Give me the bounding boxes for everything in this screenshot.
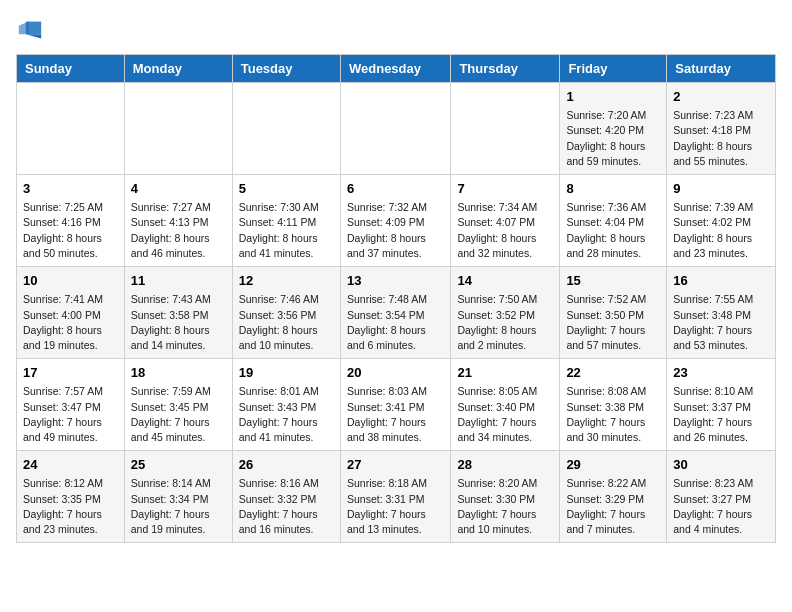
day-info: Sunrise: 8:10 AM Sunset: 3:37 PM Dayligh… bbox=[673, 384, 769, 445]
logo bbox=[16, 16, 48, 44]
day-info: Sunrise: 8:12 AM Sunset: 3:35 PM Dayligh… bbox=[23, 476, 118, 537]
day-info: Sunrise: 7:36 AM Sunset: 4:04 PM Dayligh… bbox=[566, 200, 660, 261]
day-info: Sunrise: 8:22 AM Sunset: 3:29 PM Dayligh… bbox=[566, 476, 660, 537]
calendar-week-row: 17Sunrise: 7:57 AM Sunset: 3:47 PM Dayli… bbox=[17, 359, 776, 451]
calendar-cell: 18Sunrise: 7:59 AM Sunset: 3:45 PM Dayli… bbox=[124, 359, 232, 451]
day-info: Sunrise: 7:20 AM Sunset: 4:20 PM Dayligh… bbox=[566, 108, 660, 169]
day-number: 30 bbox=[673, 456, 769, 474]
day-number: 26 bbox=[239, 456, 334, 474]
day-number: 23 bbox=[673, 364, 769, 382]
day-number: 4 bbox=[131, 180, 226, 198]
day-number: 22 bbox=[566, 364, 660, 382]
calendar-week-row: 24Sunrise: 8:12 AM Sunset: 3:35 PM Dayli… bbox=[17, 451, 776, 543]
day-number: 17 bbox=[23, 364, 118, 382]
day-number: 21 bbox=[457, 364, 553, 382]
calendar-cell: 10Sunrise: 7:41 AM Sunset: 4:00 PM Dayli… bbox=[17, 267, 125, 359]
calendar-cell: 13Sunrise: 7:48 AM Sunset: 3:54 PM Dayli… bbox=[340, 267, 450, 359]
weekday-header: Tuesday bbox=[232, 55, 340, 83]
day-number: 29 bbox=[566, 456, 660, 474]
day-number: 11 bbox=[131, 272, 226, 290]
day-info: Sunrise: 7:43 AM Sunset: 3:58 PM Dayligh… bbox=[131, 292, 226, 353]
day-info: Sunrise: 7:50 AM Sunset: 3:52 PM Dayligh… bbox=[457, 292, 553, 353]
calendar-header-row: SundayMondayTuesdayWednesdayThursdayFrid… bbox=[17, 55, 776, 83]
day-info: Sunrise: 7:59 AM Sunset: 3:45 PM Dayligh… bbox=[131, 384, 226, 445]
day-info: Sunrise: 8:23 AM Sunset: 3:27 PM Dayligh… bbox=[673, 476, 769, 537]
day-number: 6 bbox=[347, 180, 444, 198]
day-number: 27 bbox=[347, 456, 444, 474]
calendar-cell bbox=[17, 83, 125, 175]
calendar-cell: 24Sunrise: 8:12 AM Sunset: 3:35 PM Dayli… bbox=[17, 451, 125, 543]
day-info: Sunrise: 7:55 AM Sunset: 3:48 PM Dayligh… bbox=[673, 292, 769, 353]
day-info: Sunrise: 7:23 AM Sunset: 4:18 PM Dayligh… bbox=[673, 108, 769, 169]
calendar-cell: 11Sunrise: 7:43 AM Sunset: 3:58 PM Dayli… bbox=[124, 267, 232, 359]
page-header bbox=[16, 16, 776, 44]
day-number: 2 bbox=[673, 88, 769, 106]
day-info: Sunrise: 7:52 AM Sunset: 3:50 PM Dayligh… bbox=[566, 292, 660, 353]
day-number: 13 bbox=[347, 272, 444, 290]
day-info: Sunrise: 7:30 AM Sunset: 4:11 PM Dayligh… bbox=[239, 200, 334, 261]
svg-marker-1 bbox=[26, 34, 41, 38]
logo-icon bbox=[16, 16, 44, 44]
day-info: Sunrise: 7:34 AM Sunset: 4:07 PM Dayligh… bbox=[457, 200, 553, 261]
calendar-cell: 26Sunrise: 8:16 AM Sunset: 3:32 PM Dayli… bbox=[232, 451, 340, 543]
day-number: 24 bbox=[23, 456, 118, 474]
calendar-week-row: 10Sunrise: 7:41 AM Sunset: 4:00 PM Dayli… bbox=[17, 267, 776, 359]
day-number: 14 bbox=[457, 272, 553, 290]
day-number: 5 bbox=[239, 180, 334, 198]
day-number: 1 bbox=[566, 88, 660, 106]
day-number: 18 bbox=[131, 364, 226, 382]
weekday-header: Friday bbox=[560, 55, 667, 83]
day-number: 7 bbox=[457, 180, 553, 198]
calendar-cell: 20Sunrise: 8:03 AM Sunset: 3:41 PM Dayli… bbox=[340, 359, 450, 451]
calendar-cell: 22Sunrise: 8:08 AM Sunset: 3:38 PM Dayli… bbox=[560, 359, 667, 451]
calendar-cell: 27Sunrise: 8:18 AM Sunset: 3:31 PM Dayli… bbox=[340, 451, 450, 543]
weekday-header: Thursday bbox=[451, 55, 560, 83]
calendar-cell: 25Sunrise: 8:14 AM Sunset: 3:34 PM Dayli… bbox=[124, 451, 232, 543]
calendar-cell: 5Sunrise: 7:30 AM Sunset: 4:11 PM Daylig… bbox=[232, 175, 340, 267]
calendar-week-row: 1Sunrise: 7:20 AM Sunset: 4:20 PM Daylig… bbox=[17, 83, 776, 175]
calendar-cell: 21Sunrise: 8:05 AM Sunset: 3:40 PM Dayli… bbox=[451, 359, 560, 451]
calendar-cell: 30Sunrise: 8:23 AM Sunset: 3:27 PM Dayli… bbox=[667, 451, 776, 543]
day-number: 3 bbox=[23, 180, 118, 198]
day-info: Sunrise: 7:39 AM Sunset: 4:02 PM Dayligh… bbox=[673, 200, 769, 261]
calendar-cell: 23Sunrise: 8:10 AM Sunset: 3:37 PM Dayli… bbox=[667, 359, 776, 451]
day-number: 10 bbox=[23, 272, 118, 290]
calendar-cell bbox=[340, 83, 450, 175]
calendar-cell: 17Sunrise: 7:57 AM Sunset: 3:47 PM Dayli… bbox=[17, 359, 125, 451]
calendar-cell bbox=[124, 83, 232, 175]
weekday-header: Monday bbox=[124, 55, 232, 83]
weekday-header: Sunday bbox=[17, 55, 125, 83]
day-number: 28 bbox=[457, 456, 553, 474]
day-info: Sunrise: 7:48 AM Sunset: 3:54 PM Dayligh… bbox=[347, 292, 444, 353]
calendar-cell bbox=[232, 83, 340, 175]
day-number: 8 bbox=[566, 180, 660, 198]
calendar-cell: 29Sunrise: 8:22 AM Sunset: 3:29 PM Dayli… bbox=[560, 451, 667, 543]
calendar-cell: 9Sunrise: 7:39 AM Sunset: 4:02 PM Daylig… bbox=[667, 175, 776, 267]
day-info: Sunrise: 7:25 AM Sunset: 4:16 PM Dayligh… bbox=[23, 200, 118, 261]
calendar-cell: 2Sunrise: 7:23 AM Sunset: 4:18 PM Daylig… bbox=[667, 83, 776, 175]
calendar-cell: 16Sunrise: 7:55 AM Sunset: 3:48 PM Dayli… bbox=[667, 267, 776, 359]
calendar-cell bbox=[451, 83, 560, 175]
calendar-cell: 15Sunrise: 7:52 AM Sunset: 3:50 PM Dayli… bbox=[560, 267, 667, 359]
calendar-table: SundayMondayTuesdayWednesdayThursdayFrid… bbox=[16, 54, 776, 543]
calendar-cell: 7Sunrise: 7:34 AM Sunset: 4:07 PM Daylig… bbox=[451, 175, 560, 267]
calendar-cell: 1Sunrise: 7:20 AM Sunset: 4:20 PM Daylig… bbox=[560, 83, 667, 175]
calendar-cell: 19Sunrise: 8:01 AM Sunset: 3:43 PM Dayli… bbox=[232, 359, 340, 451]
calendar-cell: 6Sunrise: 7:32 AM Sunset: 4:09 PM Daylig… bbox=[340, 175, 450, 267]
day-number: 19 bbox=[239, 364, 334, 382]
day-info: Sunrise: 8:08 AM Sunset: 3:38 PM Dayligh… bbox=[566, 384, 660, 445]
calendar-cell: 12Sunrise: 7:46 AM Sunset: 3:56 PM Dayli… bbox=[232, 267, 340, 359]
day-number: 12 bbox=[239, 272, 334, 290]
calendar-cell: 14Sunrise: 7:50 AM Sunset: 3:52 PM Dayli… bbox=[451, 267, 560, 359]
day-info: Sunrise: 7:46 AM Sunset: 3:56 PM Dayligh… bbox=[239, 292, 334, 353]
day-info: Sunrise: 8:14 AM Sunset: 3:34 PM Dayligh… bbox=[131, 476, 226, 537]
day-info: Sunrise: 7:27 AM Sunset: 4:13 PM Dayligh… bbox=[131, 200, 226, 261]
calendar-cell: 3Sunrise: 7:25 AM Sunset: 4:16 PM Daylig… bbox=[17, 175, 125, 267]
day-info: Sunrise: 8:03 AM Sunset: 3:41 PM Dayligh… bbox=[347, 384, 444, 445]
calendar-cell: 28Sunrise: 8:20 AM Sunset: 3:30 PM Dayli… bbox=[451, 451, 560, 543]
day-number: 25 bbox=[131, 456, 226, 474]
day-info: Sunrise: 7:57 AM Sunset: 3:47 PM Dayligh… bbox=[23, 384, 118, 445]
calendar-cell: 8Sunrise: 7:36 AM Sunset: 4:04 PM Daylig… bbox=[560, 175, 667, 267]
weekday-header: Saturday bbox=[667, 55, 776, 83]
day-info: Sunrise: 7:41 AM Sunset: 4:00 PM Dayligh… bbox=[23, 292, 118, 353]
